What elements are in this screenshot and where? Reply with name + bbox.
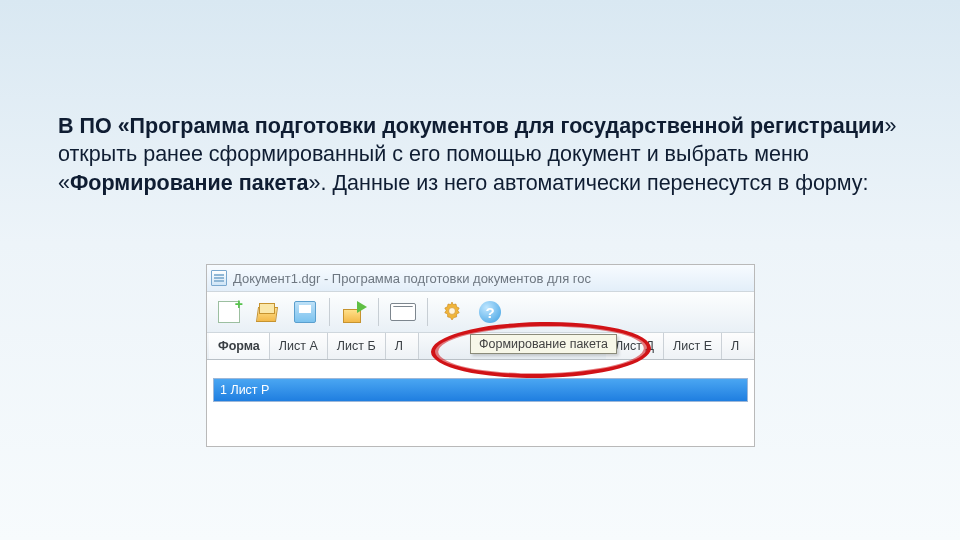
toolbar-divider (427, 298, 428, 326)
tab-truncated-right[interactable]: Л (722, 333, 754, 359)
new-icon (218, 301, 240, 323)
slide: В ПО «Программа подготовки документов дл… (0, 0, 960, 540)
tooltip-formirovanie-paketa: Формирование пакета (470, 334, 617, 354)
embedded-screenshot: Документ1.dgr - Программа подготовки док… (206, 264, 755, 447)
document-icon (211, 270, 227, 286)
window-titlebar: Документ1.dgr - Программа подготовки док… (207, 265, 754, 292)
settings-button[interactable] (436, 296, 468, 328)
open-button[interactable] (251, 296, 283, 328)
app-window: Документ1.dgr - Программа подготовки док… (206, 264, 755, 447)
toolbar-divider (329, 298, 330, 326)
tab-sheet-e[interactable]: Лист Е (664, 333, 722, 359)
text-bold-menu: Формирование пакета (70, 171, 309, 195)
tab-truncated-left[interactable]: Л (386, 333, 419, 359)
folder-open-icon (256, 301, 278, 323)
save-button[interactable] (289, 296, 321, 328)
export-button[interactable] (338, 296, 370, 328)
export-icon (343, 301, 365, 323)
window-title: Документ1.dgr - Программа подготовки док… (233, 271, 591, 286)
tab-sheet-b[interactable]: Лист Б (328, 333, 386, 359)
floppy-disk-icon (294, 301, 316, 323)
envelope-icon (390, 303, 416, 321)
gear-icon (440, 300, 464, 324)
sheet-tabs: Форма Лист А Лист Б Л Лист Д Лист Е Л Фо… (207, 333, 754, 360)
mail-button[interactable] (387, 296, 419, 328)
svg-point-0 (449, 308, 456, 315)
list-row-selected[interactable]: 1 Лист Р (213, 378, 748, 402)
list-area: 1 Лист Р (207, 360, 754, 446)
instruction-text: В ПО «Программа подготовки документов дл… (58, 112, 902, 197)
toolbar-divider (378, 298, 379, 326)
text-prefix: В ПО « (58, 114, 130, 138)
new-document-button[interactable] (213, 296, 245, 328)
help-button[interactable]: ? (474, 296, 506, 328)
text-suffix: ». Данные из него автоматически перенесу… (309, 171, 869, 195)
help-icon: ? (479, 301, 501, 323)
tab-form[interactable]: Форма (209, 333, 270, 359)
text-bold-program: Программа подготовки документов для госу… (130, 114, 885, 138)
toolbar: ? (207, 292, 754, 333)
tab-sheet-a[interactable]: Лист А (270, 333, 328, 359)
